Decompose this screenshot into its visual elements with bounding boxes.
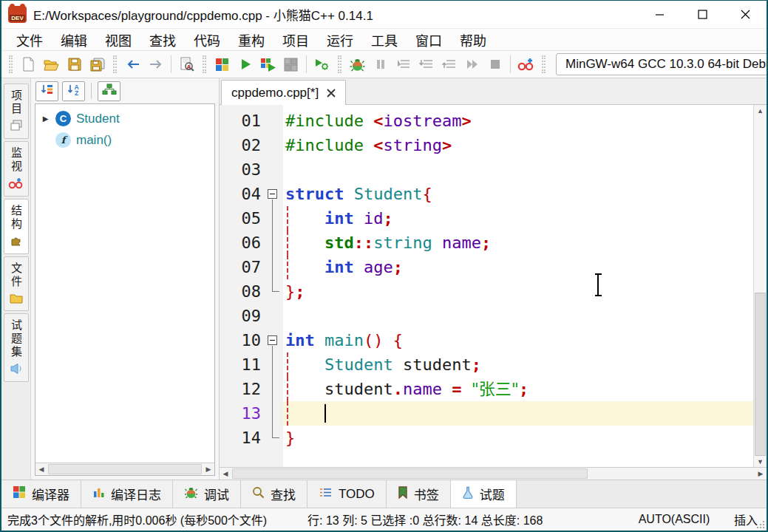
bottom-tab-todo[interactable]: TODO [307, 480, 387, 508]
compile-button[interactable] [211, 53, 234, 75]
save-button[interactable] [63, 53, 86, 75]
fold-column[interactable] [265, 133, 283, 157]
scroll-right-icon[interactable]: ▶ [203, 466, 214, 473]
sort-by-type-button[interactable] [35, 81, 58, 101]
editor-tab-cppdemo[interactable]: cppdemo.cpp[*] [221, 80, 346, 105]
new-file-button[interactable] [17, 53, 40, 75]
status-encoding[interactable]: AUTO(ASCII) [625, 513, 723, 526]
show-inheritance-button[interactable] [98, 81, 120, 101]
compiler-set-select[interactable]: MinGW-w64 GCC 10.3.0 64-bit Debug [556, 53, 768, 75]
line-number[interactable]: 02 [220, 133, 265, 157]
menu-edit[interactable]: 编辑 [52, 28, 96, 52]
title-bar[interactable]: DEV E:/Workspaces/playground/cppdemo.cpp… [1, 1, 767, 28]
save-all-button[interactable] [86, 53, 109, 75]
compile-run-button[interactable] [256, 53, 279, 75]
scroll-up-icon[interactable]: ▲ [754, 105, 767, 116]
back-button[interactable] [121, 53, 144, 75]
fold-column[interactable] [265, 206, 283, 231]
line-number[interactable]: 14 [220, 426, 265, 450]
toolbar-drag-handle[interactable] [338, 55, 341, 73]
fold-column[interactable] [265, 109, 283, 133]
menu-project[interactable]: 项目 [273, 28, 318, 52]
toolbar-drag-handle[interactable] [542, 55, 546, 73]
side-tab-files[interactable]: 文件 [4, 256, 29, 311]
run-button[interactable] [234, 53, 256, 75]
line-number[interactable]: 03 [220, 157, 265, 182]
bottom-tab-compiler[interactable]: 编译器 [1, 480, 81, 508]
continue-button[interactable] [461, 53, 483, 75]
code-line-09[interactable]: 09 [220, 304, 753, 328]
menu-run[interactable]: 运行 [318, 28, 362, 52]
side-tab-project[interactable]: 项目 [4, 83, 29, 139]
tree-item-main[interactable]: fmain() [35, 129, 214, 151]
line-number[interactable]: 08 [220, 279, 265, 304]
panel-hscrollbar[interactable]: ◀ ▶ [35, 463, 214, 475]
fold-column[interactable] [265, 255, 283, 279]
maximize-button[interactable] [681, 1, 724, 28]
fold-column[interactable] [265, 231, 283, 255]
code-line-01[interactable]: 01#include <iostream> [220, 109, 753, 133]
line-number[interactable]: 13 [220, 401, 265, 426]
line-number[interactable]: 09 [220, 304, 265, 328]
menu-file[interactable]: 文件 [7, 28, 52, 52]
code-line-10[interactable]: 10int main() { [220, 328, 753, 352]
editor-hscroll-thumb[interactable] [232, 468, 588, 479]
fold-column[interactable] [265, 352, 283, 377]
menu-code[interactable]: 代码 [185, 28, 229, 52]
panel-hscroll-thumb[interactable] [48, 464, 202, 474]
scroll-down-icon[interactable]: ▼ [754, 456, 767, 467]
panel-hscroll-track[interactable] [47, 463, 203, 475]
bottom-tab-problem[interactable]: 试题 [451, 480, 517, 508]
code-line-06[interactable]: 06 std::string name; [220, 231, 753, 255]
toolbar-drag-handle[interactable] [9, 55, 13, 73]
tree-item-student[interactable]: ▶CStudent [35, 108, 214, 129]
code-line-04[interactable]: 04struct Student{ [220, 182, 753, 206]
fold-toggle-icon[interactable] [268, 189, 277, 199]
editor-vscroll-thumb[interactable] [755, 293, 766, 456]
step-out-button[interactable] [438, 53, 461, 75]
menu-window[interactable]: 窗口 [407, 28, 451, 52]
fold-column[interactable] [265, 157, 283, 182]
menu-help[interactable]: 帮助 [451, 28, 495, 52]
open-file-button[interactable] [40, 53, 63, 75]
scroll-right-icon[interactable]: ▶ [755, 470, 767, 477]
toolbar-drag-handle[interactable] [203, 55, 206, 73]
fold-column[interactable] [265, 279, 283, 304]
editor-vscroll-track[interactable] [754, 116, 767, 456]
fold-toggle-icon[interactable] [268, 335, 277, 345]
line-number[interactable]: 01 [220, 109, 265, 133]
debug-button[interactable] [346, 53, 369, 75]
code-line-07[interactable]: 07 int age; [220, 255, 753, 279]
toolbar-drag-handle[interactable] [113, 55, 117, 73]
code-line-05[interactable]: 05 int id; [220, 206, 753, 231]
fold-column[interactable] [265, 426, 283, 450]
bottom-tab-debug[interactable]: 调试 [173, 480, 241, 508]
add-watch-button[interactable] [514, 53, 537, 75]
fold-column[interactable] [265, 304, 283, 328]
editor-vscrollbar[interactable]: ▲ ▼ [753, 105, 767, 467]
code-line-11[interactable]: 11 Student student; [220, 352, 753, 377]
find-replace-button[interactable]: A [175, 53, 198, 75]
bottom-tab-bookmark[interactable]: 书签 [387, 480, 451, 508]
step-over-button[interactable] [392, 53, 415, 75]
fold-column[interactable] [265, 182, 283, 206]
line-number[interactable]: 10 [220, 328, 265, 352]
menu-tools[interactable]: 工具 [362, 28, 407, 52]
code-line-08[interactable]: 08}; [220, 279, 753, 304]
rebuild-all-button[interactable] [279, 53, 302, 75]
forward-button[interactable] [144, 53, 167, 75]
menu-view[interactable]: 视图 [96, 28, 140, 52]
side-tab-problem-set[interactable]: 试题集 [4, 313, 29, 382]
tab-close-icon[interactable] [327, 89, 336, 98]
sort-alpha-button[interactable]: AZ [62, 81, 85, 101]
side-tab-watch[interactable]: 监视 [4, 141, 29, 197]
code-line-14[interactable]: 14} [220, 426, 753, 450]
line-number[interactable]: 04 [220, 182, 265, 206]
bottom-tab-search[interactable]: 查找 [241, 480, 307, 508]
bottom-tab-compile-log[interactable]: 编译日志 [81, 480, 173, 508]
fold-column[interactable] [265, 328, 283, 352]
editor-hscroll-track[interactable] [231, 468, 755, 480]
resize-grip[interactable] [755, 519, 764, 528]
code-line-02[interactable]: 02#include <string> [220, 133, 753, 157]
side-tab-structure[interactable]: 结构 [4, 199, 29, 254]
